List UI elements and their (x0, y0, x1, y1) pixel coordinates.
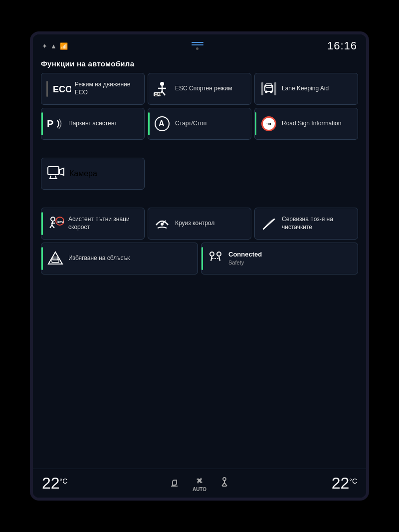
page-dot (196, 47, 199, 50)
temp-left: 22°C (42, 474, 67, 493)
cruise-icon (153, 215, 171, 233)
cruise-label: Круиз контрол (175, 220, 214, 228)
connected-safety-button[interactable]: Connected Safety (201, 243, 358, 274)
eco-icon: ECO (53, 80, 71, 98)
svg-point-21 (51, 217, 55, 221)
svg-rect-9 (274, 82, 276, 95)
speed-assist-button[interactable]: km/h Асистент пътни знаци скорост (41, 208, 145, 240)
status-bar: ✦ ▲ 📶 16:16 (33, 34, 366, 55)
menu-line-2 (192, 44, 203, 45)
esc-button[interactable]: OFF ESC Спортен режим (148, 73, 251, 105)
parking-icon: P (46, 115, 64, 133)
divider-1 (41, 143, 358, 158)
cruise-button[interactable]: Круиз контрол (148, 208, 251, 240)
collision-button[interactable]: Избягване на сблъсък (41, 243, 198, 274)
eco-label: Режим на движение ECO (75, 81, 139, 96)
lane-keeping-label: Lane Keeping Aid (282, 85, 329, 93)
start-stop-button[interactable]: A Старт/Стоп (148, 108, 251, 140)
bluetooth-icon: ✦ (42, 42, 47, 50)
svg-text:OFF: OFF (155, 93, 162, 96)
svg-point-39 (223, 478, 226, 481)
svg-text:A: A (159, 119, 165, 128)
parking-label: Паркинг асистент (68, 120, 117, 128)
menu-line-1 (192, 42, 203, 43)
wifi-icon: 📶 (60, 42, 68, 50)
speed-sign-circle: 90 (261, 116, 276, 131)
lane-keeping-icon (260, 80, 278, 98)
svg-text:km/h: km/h (57, 220, 64, 224)
temp-right: 22°C (332, 474, 357, 493)
auto-fan-icon: AUTO (193, 475, 206, 492)
grid-row-1: ECO Режим на движение ECO O (41, 73, 358, 105)
camera-section: Камера (41, 158, 358, 190)
esc-icon: OFF (153, 80, 171, 98)
road-sign-label: Road Sign Information (282, 120, 341, 128)
svg-line-23 (50, 225, 52, 228)
wipers-button[interactable]: Сервизна поз-я на чистачките (254, 208, 358, 240)
seatbelt-icon (218, 476, 230, 491)
svg-line-5 (162, 91, 165, 95)
connected-safety-icon (206, 250, 224, 267)
grid-row-2: P Паркинг асистент A Старт/Стоп (41, 108, 358, 140)
bottom-row-2: Избягване на сблъсък Connected (41, 243, 358, 274)
parking-button[interactable]: P Паркинг асистент (41, 108, 145, 140)
page-title: Функции на автомобила (41, 59, 358, 68)
svg-point-13 (270, 91, 273, 93)
svg-line-33 (211, 256, 212, 261)
screen-content: Функции на автомобила ECO Режим на движе… (33, 55, 366, 469)
clock: 16:16 (327, 39, 357, 52)
svg-line-35 (219, 256, 220, 261)
road-sign-icon: 90 (260, 115, 278, 133)
esc-label: ESC Спортен режим (175, 85, 232, 93)
camera-label: Камера (69, 169, 97, 178)
svg-point-1 (160, 82, 164, 86)
collision-icon (46, 250, 64, 267)
lane-keeping-button[interactable]: Lane Keeping Aid (254, 73, 358, 105)
seat-icon (169, 476, 181, 491)
svg-point-12 (265, 91, 268, 93)
svg-rect-8 (261, 82, 263, 95)
status-bottom-bar: 22°C AUTO (33, 469, 366, 498)
svg-rect-17 (48, 167, 59, 175)
svg-rect-31 (53, 257, 58, 260)
divider-2 (41, 193, 358, 208)
svg-point-32 (210, 252, 214, 256)
camera-icon (47, 166, 64, 182)
auto-label: AUTO (193, 487, 206, 492)
bottom-controls: AUTO (169, 475, 230, 492)
status-center (192, 42, 203, 50)
svg-point-34 (217, 252, 221, 256)
camera-button[interactable]: Камера (41, 158, 145, 190)
car-screen: ✦ ▲ 📶 16:16 Функции на автомобила ECO (30, 31, 369, 501)
svg-line-42 (224, 483, 227, 486)
speed-assist-icon: km/h (46, 215, 64, 233)
speed-assist-label: Асистент пътни знаци скорост (68, 216, 139, 231)
start-stop-label: Старт/Стоп (175, 120, 206, 128)
eco-bar (46, 81, 48, 97)
start-stop-icon: A (153, 115, 171, 133)
svg-line-24 (52, 225, 54, 228)
svg-text:P: P (47, 118, 53, 129)
menu-lines (192, 42, 203, 45)
road-sign-button[interactable]: 90 Road Sign Information (254, 108, 358, 140)
wipers-icon (260, 215, 278, 233)
svg-line-41 (222, 483, 224, 486)
bottom-row-1: km/h Асистент пътни знаци скорост Круиз … (41, 208, 358, 240)
navigation-icon: ▲ (50, 42, 57, 50)
wipers-label: Сервизна поз-я на чистачките (282, 216, 353, 231)
collision-label: Избягване на сблъсък (68, 255, 130, 263)
eco-button[interactable]: ECO Режим на движение ECO (41, 73, 145, 105)
svg-text:ECO: ECO (53, 84, 71, 94)
status-icons: ✦ ▲ 📶 (42, 42, 68, 50)
connected-safety-label: Connected Safety (228, 251, 262, 266)
